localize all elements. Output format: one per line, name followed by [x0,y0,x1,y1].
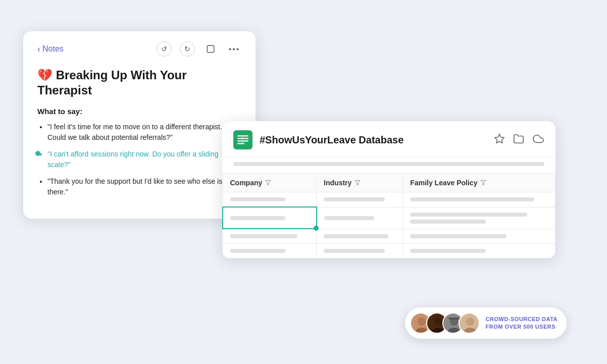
cell-bar [324,197,385,201]
table-cell[interactable] [403,229,555,244]
selection-dot-start [35,151,40,156]
notes-subtitle: What to say: [37,107,241,116]
list-item-selected: "I can't afford sessions right now. Do y… [47,149,241,170]
cell-bar [410,197,534,201]
column-company[interactable]: Company [223,174,317,192]
chevron-left-icon: ‹ [37,44,40,55]
cell-bar [410,234,507,238]
sheet-title: #ShowUsYourLeave Database [260,134,487,146]
social-proof-badge: CROWD-SOURCED DATA FROM OVER 500 USERS [405,307,567,339]
column-industry[interactable]: Industry [317,174,403,192]
table-cell[interactable] [317,244,403,258]
avatar [459,313,480,334]
table-cell[interactable] [403,207,555,229]
cell-bar [230,216,285,220]
table-row [223,207,555,229]
cell-bar [230,197,286,201]
svg-rect-5 [237,135,248,137]
table-cell[interactable] [403,244,555,258]
table-header-row: Company Industry Family Leave Policy [223,174,555,192]
compose-button[interactable] [203,41,218,57]
table-cell[interactable] [317,192,403,207]
cell-bar [230,249,286,253]
sheets-icon [233,130,252,149]
notes-back-label: Notes [42,44,64,54]
table-cell[interactable] [223,244,317,258]
svg-rect-7 [237,140,248,142]
column-industry-label: Industry [324,179,351,187]
table-row [223,244,555,258]
table-cell[interactable] [223,229,317,244]
svg-marker-12 [355,181,360,185]
notes-back-button[interactable]: ‹ Notes [37,44,157,55]
redo-icon: ↻ [184,45,190,53]
svg-marker-10 [495,134,504,142]
svg-marker-13 [481,181,486,185]
star-icon[interactable] [494,133,505,147]
svg-point-2 [233,48,235,50]
cell-bar [324,234,388,238]
svg-marker-11 [266,181,271,185]
svg-rect-4 [233,130,252,149]
undo-icon: ↺ [161,45,167,53]
filter-icon [480,180,486,186]
cell-bar [324,249,385,253]
table-row [223,192,555,207]
table-cell[interactable] [317,229,403,244]
notes-card: ‹ Notes ↺ ↻ 💔 Breaki [23,31,256,219]
search-bar [233,162,544,166]
notes-topbar: ‹ Notes ↺ ↻ [37,41,241,57]
column-company-label: Company [230,179,263,187]
selected-table-cell[interactable] [223,207,317,229]
svg-rect-6 [237,138,248,139]
notes-bullet-list: "I feel it's time for me to move on to a… [37,122,241,197]
cell-bar-secondary [410,220,548,224]
more-button[interactable] [226,41,241,57]
column-family-leave-label: Family Leave Policy [410,179,477,187]
svg-point-15 [418,318,426,326]
column-family-leave[interactable]: Family Leave Policy [403,174,555,192]
bullet-text-3: "Thank you for the support but I'd like … [47,177,234,196]
notes-toolbar: ↺ ↻ [157,41,241,57]
table-cell[interactable] [403,192,555,207]
svg-point-18 [434,318,442,326]
spreadsheet-table: Company Industry Family Leave Policy [222,173,555,258]
undo-button[interactable]: ↺ [157,41,172,57]
sheet-actions [494,133,544,147]
svg-point-1 [229,48,231,50]
notes-title: 💔 Breaking Up With Your Therapist [37,68,241,98]
spreadsheet-card: #ShowUsYourLeave Database [222,121,555,258]
svg-rect-8 [237,143,244,144]
filter-icon [355,180,361,186]
social-text-line2: FROM OVER 500 USERS [486,323,558,331]
table-cell[interactable] [223,192,317,207]
social-text-line1: CROWD-SOURCED DATA [486,316,558,323]
table-row [223,229,555,244]
cloud-icon[interactable] [532,133,544,147]
social-text: CROWD-SOURCED DATA FROM OVER 500 USERS [486,316,558,331]
cell-bar [410,249,486,253]
sheet-header: #ShowUsYourLeave Database [222,121,555,157]
cell-bar [410,213,527,217]
svg-point-25 [466,318,474,326]
bullet-text-2: "I can't afford sessions right now. Do y… [47,150,219,169]
svg-point-3 [237,48,239,50]
cell-bar [324,216,374,220]
cell-bar [410,220,486,224]
redo-button[interactable]: ↻ [180,41,195,57]
folder-icon[interactable] [513,133,524,147]
avatar-group [410,313,480,334]
filter-icon [265,180,271,186]
svg-rect-0 [207,45,214,52]
list-item: "I feel it's time for me to move on to a… [47,122,241,143]
bullet-text-1: "I feel it's time for me to move on to a… [47,123,222,141]
svg-rect-23 [448,318,460,320]
table-cell[interactable] [317,207,403,229]
list-item: "Thank you for the support but I'd like … [47,176,241,197]
resize-handle[interactable] [314,226,319,231]
cell-bar [230,234,297,238]
